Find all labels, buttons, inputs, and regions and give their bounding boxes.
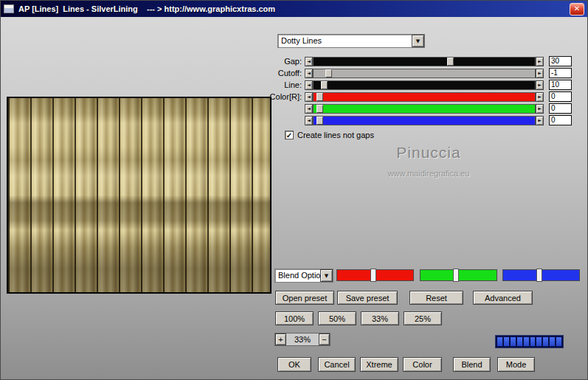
preset-dropdown-value: Dotty Lines xyxy=(278,35,412,47)
slider-right-arrow-icon[interactable]: ► xyxy=(536,104,544,114)
create-lines-checkbox[interactable]: ✓ Create lines not gaps xyxy=(285,131,374,139)
zoom-button-row: 100%50%33%25% xyxy=(275,311,442,325)
action-xtreme-button[interactable]: Xtreme xyxy=(360,357,398,372)
progress-segment xyxy=(497,337,502,346)
zoom-level: 33% xyxy=(286,334,319,345)
plugin-window: AP [Lines] Lines - SilverLining --- > ht… xyxy=(0,0,588,380)
slider-row: Cutoff:◄►-1 xyxy=(253,68,572,78)
zoom-25--button[interactable]: 25% xyxy=(404,311,442,325)
slider-label: Gap: xyxy=(253,57,305,66)
slider-value-box[interactable]: 0 xyxy=(549,91,572,102)
slider-track[interactable] xyxy=(313,80,536,90)
ramp-thumb[interactable] xyxy=(536,269,542,282)
check-icon: ✓ xyxy=(286,131,293,139)
preset-reset-button[interactable]: Reset xyxy=(409,291,463,305)
zoom-50--button[interactable]: 50% xyxy=(318,311,356,325)
action-blend-button[interactable]: Blend xyxy=(453,357,491,372)
preset-advanced-button[interactable]: Advanced xyxy=(473,291,533,305)
slider-left-arrow-icon[interactable]: ◄ xyxy=(305,69,313,78)
window-icon xyxy=(4,4,14,13)
action-cancel-button[interactable]: Cancel xyxy=(318,357,356,372)
close-button[interactable]: ✕ xyxy=(570,3,584,15)
progress-segment xyxy=(517,337,522,346)
chevron-down-icon[interactable]: ▼ xyxy=(412,35,424,47)
progress-segment xyxy=(504,337,509,346)
slider-label: Cutoff: xyxy=(253,69,305,77)
slider-track[interactable] xyxy=(313,104,536,114)
slider-track[interactable] xyxy=(313,116,536,125)
slider-value-box[interactable]: 10 xyxy=(549,80,572,90)
slider-left-arrow-icon[interactable]: ◄ xyxy=(305,116,313,125)
window-title: AP [Lines] Lines - SilverLining --- > ht… xyxy=(18,4,570,13)
progress-segment xyxy=(543,337,548,346)
slider-left-arrow-icon[interactable]: ◄ xyxy=(305,104,313,114)
watermark-url: www.maidiregrafica.eu xyxy=(355,169,502,178)
slider-right-arrow-icon[interactable]: ► xyxy=(536,92,544,102)
progress-segment xyxy=(550,337,555,346)
slider-thumb[interactable] xyxy=(447,58,454,66)
preset-save-preset-button[interactable]: Save preset xyxy=(337,291,398,305)
slider-row: Gap:◄►30 xyxy=(253,56,572,66)
slider-right-arrow-icon[interactable]: ► xyxy=(536,57,544,66)
slider-row: Line:◄►10 xyxy=(253,80,572,90)
progress-meter xyxy=(495,335,564,348)
slider-value-box[interactable]: 0 xyxy=(549,115,572,125)
preset-dropdown[interactable]: Dotty Lines ▼ xyxy=(277,34,425,48)
slider-label: Color[R]: xyxy=(253,92,305,101)
blue-channel-ramp[interactable] xyxy=(502,269,580,281)
slider-right-arrow-icon[interactable]: ► xyxy=(536,80,544,90)
slider-left-arrow-icon[interactable]: ◄ xyxy=(305,80,313,90)
zoom-out-button[interactable]: − xyxy=(319,334,330,345)
preset-button-row: Open presetSave presetResetAdvanced xyxy=(275,291,533,305)
preset-open-preset-button[interactable]: Open preset xyxy=(275,291,334,305)
zoom-100--button[interactable]: 100% xyxy=(275,311,314,325)
slider-row: ◄►0 xyxy=(253,115,572,125)
green-channel-ramp[interactable] xyxy=(420,269,497,281)
slider-thumb[interactable] xyxy=(317,105,323,113)
red-channel-ramp[interactable] xyxy=(336,269,414,281)
action-color-button[interactable]: Color xyxy=(403,357,442,372)
close-icon: ✕ xyxy=(574,4,580,13)
progress-segment xyxy=(530,337,536,346)
slider-thumb[interactable] xyxy=(325,69,332,77)
zoom-stepper: + 33% − xyxy=(274,333,331,346)
titlebar[interactable]: AP [Lines] Lines - SilverLining --- > ht… xyxy=(1,1,587,17)
zoom-33--button[interactable]: 33% xyxy=(361,311,399,325)
slider-track[interactable] xyxy=(313,92,536,102)
slider-left-arrow-icon[interactable]: ◄ xyxy=(305,57,313,66)
checkbox-box[interactable]: ✓ xyxy=(285,131,294,139)
slider-track[interactable] xyxy=(313,57,536,66)
slider-right-arrow-icon[interactable]: ► xyxy=(536,69,544,78)
action-ok-button[interactable]: OK xyxy=(277,357,311,372)
slider-row: ◄►0 xyxy=(253,103,572,114)
watermark-name: Pinuccia xyxy=(355,144,502,162)
chevron-down-icon[interactable]: ▼ xyxy=(320,269,333,282)
slider-thumb[interactable] xyxy=(321,81,328,89)
slider-row: Color[R]:◄►0 xyxy=(253,91,572,102)
progress-segment xyxy=(556,337,561,346)
blend-options-dropdown[interactable]: Blend Optio ▼ xyxy=(274,269,333,283)
slider-value-box[interactable]: -1 xyxy=(549,68,572,78)
progress-segment xyxy=(536,337,542,346)
blend-dropdown-value: Blend Optio xyxy=(275,269,320,282)
slider-label: Line: xyxy=(253,80,305,89)
slider-left-arrow-icon[interactable]: ◄ xyxy=(305,92,313,102)
action-mode-button[interactable]: Mode xyxy=(497,357,535,372)
slider-thumb[interactable] xyxy=(317,117,323,125)
slider-value-box[interactable]: 30 xyxy=(549,56,572,66)
bottom-button-row: OKCancelXtremeColorBlendMode xyxy=(277,357,535,372)
slider-thumb[interactable] xyxy=(317,93,323,101)
slider-track[interactable] xyxy=(313,69,536,78)
slider-right-arrow-icon[interactable]: ► xyxy=(536,116,544,125)
ramp-thumb[interactable] xyxy=(370,269,376,282)
zoom-in-button[interactable]: + xyxy=(275,334,286,345)
preview-image xyxy=(7,97,271,294)
progress-segment xyxy=(511,337,516,346)
progress-segment xyxy=(524,337,529,346)
ramp-thumb[interactable] xyxy=(453,269,459,282)
slider-value-box[interactable]: 0 xyxy=(549,103,572,114)
checkbox-label: Create lines not gaps xyxy=(297,131,374,139)
